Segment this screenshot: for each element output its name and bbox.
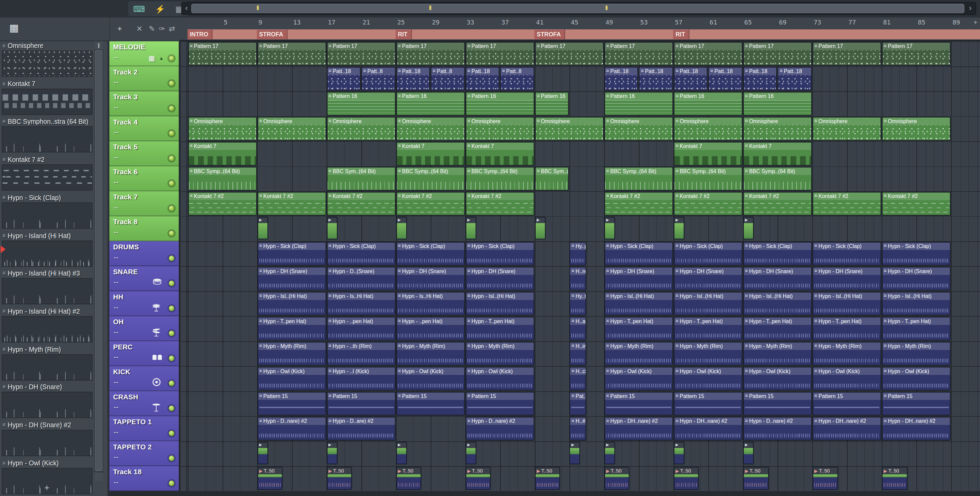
track-mute-led[interactable] <box>169 156 175 161</box>
mini-clip[interactable]: ▶ <box>743 442 754 464</box>
clip-menu-icon[interactable]: ≡ <box>2 194 6 200</box>
mini-clip[interactable]: ▶ <box>257 217 268 239</box>
audio-clip[interactable]: ▶T..50 <box>257 467 283 490</box>
pattern-clip[interactable]: ≡Hypn - Sick (Clap) <box>882 242 951 266</box>
clip-menu-icon[interactable]: ≡ <box>814 269 817 274</box>
pattern-clip[interactable]: ≡Hypn - Owl (Kick) <box>466 367 534 391</box>
clip-menu-icon[interactable]: ≡ <box>328 94 331 99</box>
track-mute-led[interactable] <box>169 356 175 361</box>
pattern-clip[interactable]: ≡Pattern 16 <box>743 92 812 116</box>
clip-menu-icon[interactable]: ≡ <box>710 69 713 74</box>
pattern-clip[interactable]: ≡Pattern 17 <box>743 42 812 66</box>
pattern-clip[interactable]: ≡Hypn - Owl (Kick) <box>674 367 743 391</box>
paint-tool-icon[interactable]: ✑ <box>159 24 165 33</box>
clip-menu-icon[interactable]: ≡ <box>328 44 331 49</box>
audio-clip[interactable]: ▶T..50 <box>327 467 352 490</box>
clip-menu-icon[interactable]: ≡ <box>745 394 748 399</box>
pattern-clip[interactable]: ≡H..#2 <box>570 417 586 440</box>
track-options-button[interactable]: ... <box>114 78 118 84</box>
pattern-clip[interactable]: ≡Hypn - DH (Snare) <box>605 267 673 291</box>
add-button[interactable]: + <box>118 24 122 33</box>
audio-clip[interactable]: ▶T..50 <box>813 467 838 490</box>
pattern-clip[interactable]: ≡Hy..p) <box>570 242 586 266</box>
clip-menu-icon[interactable]: ≡ <box>745 44 748 49</box>
track-mute-led[interactable] <box>169 231 175 237</box>
clip-menu-icon[interactable]: ≡ <box>189 194 192 199</box>
track-mute-led[interactable] <box>169 81 175 86</box>
clip-menu-icon[interactable]: ≡ <box>2 270 6 276</box>
track-mute-led[interactable] <box>169 431 175 436</box>
mini-clip[interactable]: ▶ <box>674 217 684 239</box>
pattern-clip[interactable]: ≡Pattern 16 <box>674 92 743 116</box>
audio-clip[interactable]: ▶T..50 <box>396 467 422 490</box>
mini-clip[interactable]: ▶ <box>327 442 337 464</box>
clip-menu-icon[interactable]: ≡ <box>814 44 817 49</box>
clip-menu-icon[interactable]: ≡ <box>606 44 609 49</box>
track-options-button[interactable]: ... <box>114 228 118 234</box>
add-marker-button[interactable]: + <box>974 19 978 26</box>
clip-menu-icon[interactable]: ≡ <box>606 294 609 299</box>
clip-menu-icon[interactable]: ≡ <box>814 194 817 199</box>
track-options-button[interactable]: ... <box>114 328 118 334</box>
pattern-clip[interactable]: ≡Hypn - D..nare) #2 <box>257 417 326 440</box>
track-options-button[interactable]: ... <box>114 378 118 384</box>
pattern-clip[interactable]: ≡Hypn - DH (Snare) <box>813 267 881 291</box>
mini-clip[interactable]: ▶ <box>605 217 615 239</box>
clip-menu-icon[interactable]: ≡ <box>328 343 331 349</box>
track-mute-led[interactable] <box>169 56 175 61</box>
pattern-clip[interactable]: ≡Hypn - Sick (Clap) <box>674 242 743 266</box>
pattern-clip[interactable]: ≡Kontakt 7 #2 <box>257 192 326 216</box>
pattern-clip[interactable]: ≡Omnisphere <box>257 117 326 140</box>
pattern-clip[interactable]: ≡Patt..18 <box>708 67 743 91</box>
picker-item[interactable]: ≡BBC Symphon..stra (64 Bit) <box>0 117 94 154</box>
track-header-track-3[interactable]: Track 3... <box>109 91 179 116</box>
pattern-clip[interactable]: ≡Pattern 17 <box>327 42 395 66</box>
clip-menu-icon[interactable]: ≡ <box>745 294 748 299</box>
clip-menu-icon[interactable]: ≡ <box>606 269 609 274</box>
track-options-button[interactable]: ... <box>114 303 118 309</box>
clip-menu-icon[interactable]: ≡ <box>259 243 262 249</box>
track-options-button[interactable]: ... <box>114 103 118 109</box>
track-options-button[interactable]: ... <box>114 53 118 59</box>
pattern-clip[interactable]: ≡Hypn - ..th (Rim) <box>327 342 395 366</box>
pattern-clip[interactable]: ≡Pattern 15 <box>813 392 881 416</box>
pattern-clip[interactable]: ≡Kontakt 7 <box>396 142 465 166</box>
clip-menu-icon[interactable]: ≡ <box>537 44 540 49</box>
scrollbar-top-button[interactable]: ∥ <box>94 41 103 49</box>
pattern-clip[interactable]: ≡Hypn - DH (Snare) <box>396 267 465 291</box>
pattern-clip[interactable]: ≡Hypn - DH (Snare) <box>882 267 951 291</box>
picker-item[interactable]: ≡Omnisphere <box>0 41 94 79</box>
pattern-clip[interactable]: ≡H..re) <box>570 267 586 291</box>
track-options-button[interactable]: ... <box>114 178 118 184</box>
pattern-clip[interactable]: ≡Patt..18 <box>674 67 708 91</box>
marker-band[interactable]: INTROSTROFARITSTROFARIT <box>187 29 980 39</box>
pattern-clip[interactable]: ≡Hypn - T..pen Hat) <box>466 317 534 340</box>
track-header-melodie[interactable]: MELODIE...▦▲ <box>109 41 179 66</box>
pattern-clip[interactable]: ≡Kontakt 7 #2 <box>674 192 743 216</box>
clip-menu-icon[interactable]: ≡ <box>675 269 679 274</box>
pattern-clip[interactable]: ≡Kontakt 7 <box>188 142 256 166</box>
pattern-clip[interactable]: ≡H..ck) <box>570 367 586 391</box>
clip-menu-icon[interactable]: ≡ <box>398 369 401 374</box>
pattern-clip[interactable]: ≡Hypn - Owl (Kick) <box>882 367 951 391</box>
pattern-clip[interactable]: ≡Hypn - Sick (Clap) <box>743 242 812 266</box>
clip-menu-icon[interactable]: ≡ <box>2 156 6 162</box>
clip-menu-icon[interactable]: ≡ <box>467 169 470 174</box>
track-header-drums[interactable]: DRUMS... <box>109 241 179 266</box>
clip-menu-icon[interactable]: ≡ <box>571 394 574 399</box>
playlist-grid[interactable]: ≡Pattern 17≡Pattern 17≡Pattern 17≡Patter… <box>180 41 980 491</box>
pattern-clip[interactable]: ≡Patt..18 <box>396 67 430 91</box>
pattern-clip[interactable]: ≡H..at) <box>570 317 586 340</box>
pattern-clip[interactable]: ≡H..im) <box>570 342 586 366</box>
picker-vertical-scrollbar[interactable]: ∥ <box>94 41 103 481</box>
clip-menu-icon[interactable]: ≡ <box>745 169 748 174</box>
clip-menu-icon[interactable]: ≡ <box>675 294 679 299</box>
track-mute-led[interactable] <box>169 480 175 486</box>
track-header-snare[interactable]: SNARE... <box>109 266 179 291</box>
pattern-clip[interactable]: ≡Kontakt 7 #2 <box>396 192 465 216</box>
pattern-clip[interactable]: ≡Pattern 17 <box>813 42 881 66</box>
clip-menu-icon[interactable]: ≡ <box>467 44 470 49</box>
clip-menu-icon[interactable]: ≡ <box>675 69 679 74</box>
pattern-clip[interactable]: ≡Hypn - DH..nare) #2 <box>813 417 881 440</box>
mini-clip[interactable]: ▶ <box>605 442 615 464</box>
